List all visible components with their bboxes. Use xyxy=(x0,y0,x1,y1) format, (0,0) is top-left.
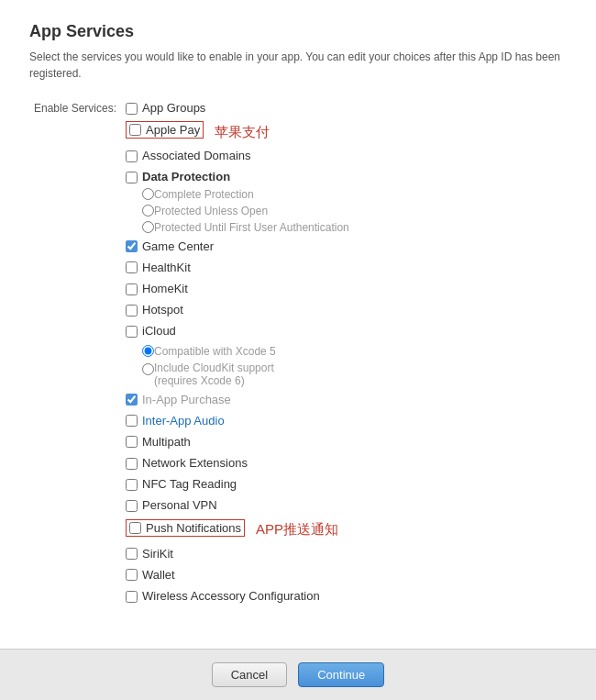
suboption-protected-unless-open: Protected Unless Open xyxy=(142,205,567,217)
service-item-multipath: Multipath xyxy=(126,434,567,450)
services-list: App Groups Apple Pay 苹果支付 Associated Dom… xyxy=(126,100,567,609)
service-item-wallet: Wallet xyxy=(126,567,567,583)
label-wallet: Wallet xyxy=(142,567,175,583)
suboption-compatible-xcode5: Compatible with Xcode 5 xyxy=(142,345,567,358)
page-container: App Services Select the services you wou… xyxy=(0,0,596,700)
page-title: App Services xyxy=(29,22,567,41)
service-item-data-protection: Data Protection xyxy=(126,169,567,185)
service-item-homekit: HomeKit xyxy=(126,281,567,297)
label-wireless-accessory: Wireless Accessory Configuration xyxy=(142,588,320,605)
label-push-notifications: Push Notifications xyxy=(146,521,241,535)
checkbox-healthkit[interactable] xyxy=(126,261,138,273)
suboption-complete-protection: Complete Protection xyxy=(142,188,567,201)
radio-protected-until-first[interactable] xyxy=(142,221,154,233)
main-content: App Services Select the services you wou… xyxy=(0,0,596,649)
label-hotspot: Hotspot xyxy=(142,302,183,318)
icloud-suboptions: Compatible with Xcode 5 Include CloudKit… xyxy=(142,345,567,387)
label-network-extensions: Network Extensions xyxy=(142,455,248,472)
label-apple-pay: Apple Pay xyxy=(146,123,200,137)
radio-include-cloudkit[interactable] xyxy=(142,363,154,375)
checkbox-associated-domains[interactable] xyxy=(126,150,138,162)
suboption-protected-until-first: Protected Until First User Authenticatio… xyxy=(142,221,567,234)
checkbox-app-groups[interactable] xyxy=(126,103,138,115)
checkbox-icloud[interactable] xyxy=(126,326,138,338)
service-item-hotspot: Hotspot xyxy=(126,302,567,318)
label-data-protection: Data Protection xyxy=(142,169,230,185)
service-item-wireless-accessory: Wireless Accessory Configuration xyxy=(126,588,567,605)
annotation-push-notifications: APP推送通知 xyxy=(256,521,338,539)
continue-button[interactable]: Continue xyxy=(298,662,384,687)
enable-label: Enable Services: xyxy=(29,100,126,115)
service-item-nfc-tag-reading: NFC Tag Reading xyxy=(126,476,567,493)
service-item-healthkit: HealthKit xyxy=(126,260,567,276)
cancel-button[interactable]: Cancel xyxy=(212,662,287,687)
service-item-personal-vpn: Personal VPN xyxy=(126,497,567,514)
annotation-row-push-notifications: Push Notifications APP推送通知 xyxy=(126,519,567,541)
data-protection-suboptions: Complete Protection Protected Unless Ope… xyxy=(142,188,567,234)
label-personal-vpn: Personal VPN xyxy=(142,497,217,514)
label-in-app-purchase: In-App Purchase xyxy=(142,392,231,408)
checkbox-inter-app-audio[interactable] xyxy=(126,415,138,427)
highlighted-box-push-notifications: Push Notifications xyxy=(126,519,245,537)
label-healthkit: HealthKit xyxy=(142,260,191,276)
service-item-game-center: Game Center xyxy=(126,239,567,255)
service-item-sirikit: SiriKit xyxy=(126,546,567,562)
highlighted-box-apple-pay: Apple Pay xyxy=(126,121,204,139)
label-app-groups: App Groups xyxy=(142,100,205,117)
checkbox-data-protection[interactable] xyxy=(126,172,138,183)
label-inter-app-audio: Inter-App Audio xyxy=(142,413,225,429)
label-protected-until-first: Protected Until First User Authenticatio… xyxy=(154,221,349,234)
suboption-include-cloudkit: Include CloudKit support(requires Xcode … xyxy=(142,361,567,387)
annotation-row-apple-pay: Apple Pay 苹果支付 xyxy=(126,121,567,143)
label-icloud: iCloud xyxy=(142,323,176,339)
checkbox-wallet[interactable] xyxy=(126,569,138,581)
service-item-icloud: iCloud xyxy=(126,323,567,339)
service-item-associated-domains: Associated Domains xyxy=(126,148,567,164)
label-multipath: Multipath xyxy=(142,434,191,450)
label-nfc-tag-reading: NFC Tag Reading xyxy=(142,476,237,493)
checkbox-personal-vpn[interactable] xyxy=(126,500,138,512)
footer: Cancel Continue xyxy=(0,649,596,700)
service-item-app-groups: App Groups xyxy=(126,100,567,117)
services-section: Enable Services: App Groups Apple Pay 苹果… xyxy=(29,100,567,609)
checkbox-homekit[interactable] xyxy=(126,283,138,295)
service-item-inter-app-audio: Inter-App Audio xyxy=(126,413,567,429)
checkbox-sirikit[interactable] xyxy=(126,548,138,560)
checkbox-push-notifications[interactable] xyxy=(129,522,141,534)
checkbox-in-app-purchase[interactable] xyxy=(126,394,138,406)
label-compatible-xcode5: Compatible with Xcode 5 xyxy=(154,345,276,358)
checkbox-wireless-accessory[interactable] xyxy=(126,591,138,603)
radio-complete-protection[interactable] xyxy=(142,188,154,200)
checkbox-nfc-tag-reading[interactable] xyxy=(126,479,138,491)
checkbox-hotspot[interactable] xyxy=(126,305,138,317)
radio-compatible-xcode5[interactable] xyxy=(142,345,154,357)
radio-protected-unless-open[interactable] xyxy=(142,205,154,217)
checkbox-game-center[interactable] xyxy=(126,240,138,252)
label-include-cloudkit: Include CloudKit support(requires Xcode … xyxy=(154,361,274,387)
checkbox-multipath[interactable] xyxy=(126,436,138,448)
annotation-apple-pay: 苹果支付 xyxy=(215,124,270,141)
label-complete-protection: Complete Protection xyxy=(154,188,254,201)
label-protected-unless-open: Protected Unless Open xyxy=(154,205,268,217)
service-item-network-extensions: Network Extensions xyxy=(126,455,567,472)
label-homekit: HomeKit xyxy=(142,281,188,297)
description: Select the services you would like to en… xyxy=(29,49,561,82)
checkbox-network-extensions[interactable] xyxy=(126,458,138,470)
checkbox-apple-pay[interactable] xyxy=(129,124,141,136)
label-sirikit: SiriKit xyxy=(142,546,173,562)
label-game-center: Game Center xyxy=(142,239,214,255)
label-associated-domains: Associated Domains xyxy=(142,148,251,164)
service-item-in-app-purchase: In-App Purchase xyxy=(126,392,567,408)
